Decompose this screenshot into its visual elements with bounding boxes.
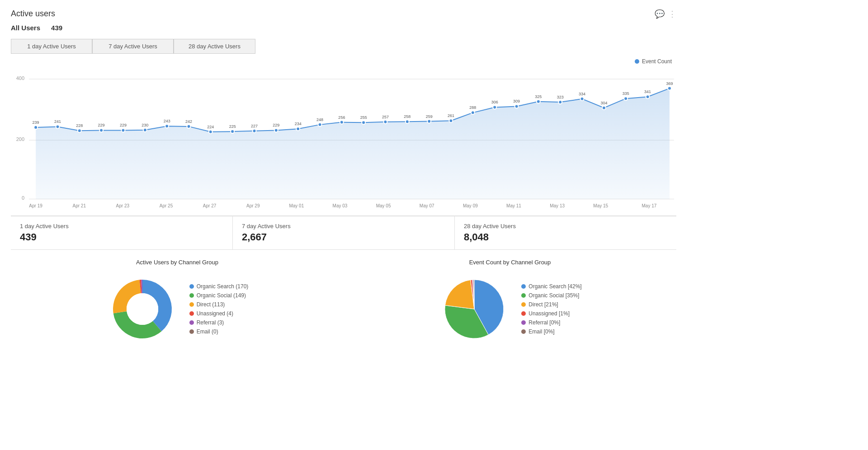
stat-1day: 1 day Active Users 439: [11, 216, 233, 249]
stat-28day-label: 28 day Active Users: [464, 223, 667, 230]
svg-text:255: 255: [360, 115, 367, 120]
legend-label-organic-search: Organic Search (170): [197, 283, 249, 290]
svg-text:369: 369: [666, 81, 673, 86]
legend-dot-unassigned: [189, 311, 194, 316]
pie-active-users-legend: Organic Search (170) Organic Social (149…: [189, 283, 249, 335]
svg-text:341: 341: [644, 89, 651, 94]
svg-point-64: [493, 105, 496, 109]
svg-point-44: [274, 128, 278, 132]
legend-dot-ec-referral: [521, 320, 526, 325]
svg-text:May 17: May 17: [642, 203, 656, 208]
stats-row: 1 day Active Users 439 7 day Active User…: [11, 216, 676, 250]
svg-point-42: [253, 129, 256, 133]
svg-text:288: 288: [469, 105, 476, 110]
svg-text:306: 306: [491, 100, 498, 104]
svg-point-80: [668, 87, 671, 90]
svg-point-83: [127, 293, 158, 325]
tab-1day[interactable]: 1 day Active Users: [11, 39, 92, 54]
tab-7day[interactable]: 7 day Active Users: [92, 39, 174, 54]
svg-text:239: 239: [33, 120, 39, 125]
svg-text:Apr 21: Apr 21: [72, 203, 86, 208]
pie-event-count-section: Event Count by Channel Group Organic Sea…: [344, 259, 676, 345]
legend-dot-ec-organic-search: [521, 284, 526, 289]
legend-item-ec-email: Email [0%]: [521, 328, 581, 335]
svg-point-62: [471, 111, 475, 114]
svg-point-78: [646, 95, 650, 98]
legend-dot-ec-unassigned: [521, 311, 526, 316]
legend-item-ec-referral: Referral [0%]: [521, 319, 581, 326]
page-title: Active users: [11, 9, 55, 19]
chart-legend: Event Count: [11, 54, 676, 66]
svg-point-66: [515, 104, 519, 108]
svg-point-50: [340, 121, 344, 124]
svg-text:229: 229: [273, 123, 279, 127]
svg-text:400: 400: [16, 75, 24, 81]
legend-item-organic-social: Organic Social (149): [189, 292, 249, 299]
pies-row: Active Users by Channel Group O: [11, 259, 676, 345]
legend-item-direct: Direct (113): [189, 301, 249, 308]
legend-dot-direct: [189, 302, 194, 307]
pie-event-count-chart: [438, 273, 510, 345]
legend-label-ec-email: Email [0%]: [528, 328, 554, 335]
pie-active-users-title: Active Users by Channel Group: [136, 259, 218, 266]
svg-point-40: [231, 130, 234, 133]
stat-7day: 7 day Active Users 2,667: [233, 216, 455, 249]
legend-label-referral: Referral (3): [197, 319, 224, 326]
svg-text:309: 309: [513, 99, 520, 103]
pie-active-users-chart: [106, 273, 179, 345]
svg-text:225: 225: [229, 124, 236, 129]
legend-label-email: Email (0): [197, 328, 218, 335]
pie-active-users-section: Active Users by Channel Group O: [11, 259, 344, 345]
svg-text:May 11: May 11: [506, 203, 521, 208]
svg-text:May 05: May 05: [376, 203, 391, 208]
svg-point-72: [580, 97, 584, 101]
legend-label-ec-direct: Direct [21%]: [528, 301, 558, 308]
svg-point-76: [624, 97, 627, 100]
svg-point-56: [406, 120, 409, 123]
svg-text:323: 323: [557, 95, 564, 99]
svg-text:224: 224: [207, 125, 214, 129]
legend-dot-organic-search: [189, 284, 194, 289]
legend-label-organic-social: Organic Social (149): [197, 292, 246, 299]
svg-text:258: 258: [404, 114, 410, 119]
legend-dot-ec-email: [521, 329, 526, 334]
legend-label-unassigned: Unassigned (4): [197, 310, 233, 317]
svg-text:May 13: May 13: [550, 203, 565, 208]
svg-point-58: [427, 120, 431, 123]
legend-item-ec-direct: Direct [21%]: [521, 301, 581, 308]
svg-text:200: 200: [16, 136, 24, 142]
legend-dot-organic-social: [189, 293, 194, 298]
pie-event-count-legend: Organic Search [42%] Organic Social [35%…: [521, 283, 581, 335]
legend-item-email: Email (0): [189, 328, 249, 335]
legend-label-event-count: Event Count: [642, 58, 672, 65]
legend-item-referral: Referral (3): [189, 319, 249, 326]
svg-point-74: [602, 106, 606, 110]
tab-28day[interactable]: 28 day Active Users: [174, 39, 255, 54]
svg-point-46: [296, 127, 300, 131]
svg-text:234: 234: [295, 122, 302, 126]
svg-text:334: 334: [579, 92, 585, 96]
svg-point-36: [187, 125, 190, 128]
svg-text:May 03: May 03: [333, 203, 348, 208]
comment-icon[interactable]: 💬: [655, 9, 665, 19]
legend-item-organic-search: Organic Search (170): [189, 283, 249, 290]
more-options-icon[interactable]: ⋮: [668, 9, 676, 19]
legend-dot-ec-direct: [521, 302, 526, 307]
stat-28day-value: 8,048: [464, 231, 667, 243]
all-users-label: All Users: [11, 24, 40, 32]
legend-dot-ec-organic-social: [521, 293, 526, 298]
svg-text:256: 256: [338, 115, 345, 120]
legend-label-ec-organic-social: Organic Social [35%]: [528, 292, 579, 299]
legend-dot-event-count: [635, 59, 639, 64]
svg-text:227: 227: [251, 124, 258, 128]
svg-point-68: [537, 100, 540, 103]
stat-7day-label: 7 day Active Users: [242, 223, 445, 230]
legend-dot-referral: [189, 320, 194, 325]
pie-event-count-content: Organic Search [42%] Organic Social [35%…: [438, 273, 581, 345]
svg-text:242: 242: [185, 119, 192, 124]
svg-text:243: 243: [164, 119, 170, 123]
svg-text:May 07: May 07: [420, 203, 434, 208]
svg-text:335: 335: [623, 91, 629, 96]
svg-point-70: [558, 100, 562, 104]
svg-point-32: [143, 128, 147, 132]
